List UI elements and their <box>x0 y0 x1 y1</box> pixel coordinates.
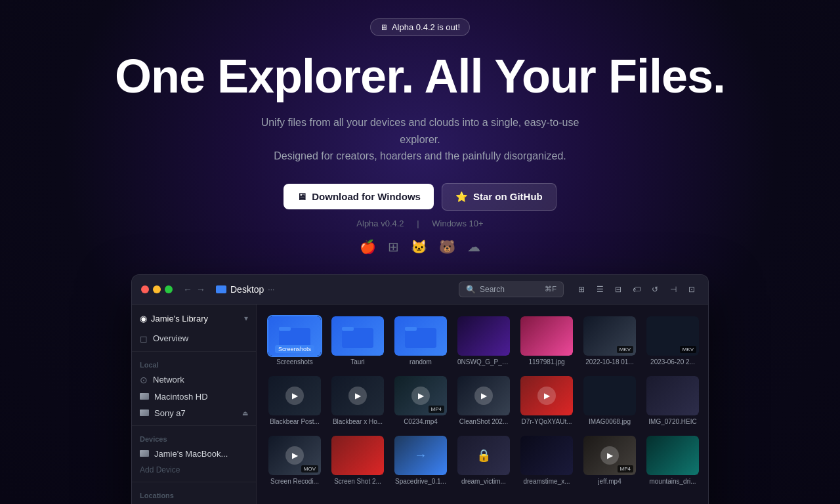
list-item[interactable]: ▶ Blackbear Post... <box>266 373 324 428</box>
list-item[interactable]: 1197981.jpg <box>518 314 576 368</box>
apple-icon[interactable]: 🍎 <box>360 239 376 255</box>
play-icon: ▶ <box>348 387 367 405</box>
list-item[interactable]: MKV 2022-10-18 01... <box>581 314 639 368</box>
list-item[interactable]: 🗜 spacedrive.zip <box>707 433 708 488</box>
search-bar[interactable]: 🔍 Search ⌘F <box>459 282 564 297</box>
play-icon: ▶ <box>474 387 493 405</box>
folder-icon <box>216 285 226 293</box>
library-button[interactable]: ◉ Jamie's Library <box>140 314 208 324</box>
close-button[interactable] <box>141 285 149 293</box>
overview-icon: ◻ <box>140 333 148 344</box>
refresh-button[interactable]: ↺ <box>648 282 662 297</box>
detail-view-button[interactable]: ⊟ <box>611 282 625 297</box>
file-name: 2022-10-18 01... <box>583 358 636 366</box>
traffic-lights <box>141 285 173 293</box>
list-item[interactable]: 0NSWQ_G_P_p... <box>455 314 513 368</box>
linux-icon[interactable]: 🐱 <box>411 239 427 255</box>
minimize-button[interactable] <box>153 285 161 293</box>
list-item[interactable]: IMAG0068.jpg <box>581 373 639 428</box>
svg-rect-1 <box>279 327 291 331</box>
list-item[interactable]: Screen Shot 2... <box>329 433 387 488</box>
file-name: Blackbear x Ho... <box>331 418 384 425</box>
add-device-action[interactable]: Add Device <box>132 462 256 478</box>
list-item[interactable]: ▶ D7r-YQoXYAUt... <box>518 373 576 428</box>
list-item[interactable]: ▶ MP4 C0234.mp4 <box>392 373 450 428</box>
platform-icons-row: 🍎 ⊞ 🐱 🐻 ☁ <box>360 239 480 255</box>
list-item[interactable]: MKV 2023-06-20 2... <box>644 314 702 368</box>
svg-rect-2 <box>342 328 373 348</box>
hero-title: One Explorer. All Your Files. <box>115 51 725 102</box>
locations-section: Locations <box>132 486 256 502</box>
cloud-icon[interactable]: ☁ <box>467 239 480 255</box>
file-name: dreamstime_x... <box>520 478 573 485</box>
badge-icon: 🖥 <box>380 23 388 32</box>
back-icon[interactable]: ← <box>183 284 192 295</box>
network-label: Network <box>153 375 184 385</box>
sidebar-header: ◉ Jamie's Library ▾ <box>132 311 256 330</box>
file-name: 2023-06-20 2... <box>646 358 699 366</box>
svg-rect-4 <box>405 328 436 348</box>
list-item[interactable]: → Spacedrive_0.1... <box>392 433 450 488</box>
sidebar-item-network[interactable]: ⊙ Network <box>132 371 256 388</box>
eject-icon[interactable]: ⏏ <box>242 410 248 417</box>
overview-label: Overview <box>153 333 188 343</box>
play-icon: ▶ <box>411 387 430 405</box>
list-item[interactable]: RAW SA702768.ARW <box>707 373 708 428</box>
fullscreen-button[interactable] <box>165 285 173 293</box>
window-titlebar: ← → Desktop ··· 🔍 Search ⌘F ⊞ ☰ ⊟ 🏷 ↺ ⊣ <box>132 275 708 304</box>
sidebar-toggle[interactable]: ⊣ <box>666 282 681 297</box>
breadcrumb: Desktop ··· <box>216 284 274 295</box>
list-item[interactable]: Tauri <box>329 314 387 368</box>
file-name: mountains_dri... <box>646 478 699 485</box>
file-name: random <box>394 358 447 366</box>
list-item[interactable]: ▶ MP4 jeff.mp4 <box>581 433 639 488</box>
more-icon[interactable]: ··· <box>268 285 274 294</box>
list-item[interactable]: ▶ Blackbear x Ho... <box>329 373 387 428</box>
sidebar-item-macintosh[interactable]: Macintosh HD <box>132 388 256 405</box>
file-name: CleanShot 202... <box>457 418 510 425</box>
list-view-button[interactable]: ☰ <box>593 282 607 297</box>
list-item[interactable]: 🔒 dream_victim... <box>455 433 513 488</box>
list-item[interactable]: ▶ MOV Screen Recodi... <box>266 433 324 488</box>
list-item[interactable]: dreamstime_x... <box>518 433 576 488</box>
windows-icon[interactable]: ⊞ <box>388 239 399 255</box>
disk-icon <box>140 393 149 400</box>
file-grid: Screenshots Screenshots <box>266 314 699 488</box>
sidebar-item-sony[interactable]: Sony a7 ⏏ <box>132 405 256 421</box>
folder-svg <box>405 324 436 348</box>
divider-3 <box>132 482 256 482</box>
titlebar-actions: ⊞ ☰ ⊟ 🏷 ↺ ⊣ ⊡ <box>574 282 699 297</box>
file-name: Tauri <box>331 358 384 366</box>
file-name: Blackbear Post... <box>268 418 321 425</box>
sidebar-item-macbook[interactable]: Jamie's MacBook... <box>132 446 256 462</box>
list-item[interactable]: random <box>392 314 450 368</box>
svg-rect-3 <box>342 327 354 331</box>
github-button[interactable]: ⭐ Star on GitHub <box>442 183 556 211</box>
file-name: C0234.mp4 <box>394 418 447 425</box>
sidebar-item-overview[interactable]: ◻ Overview <box>132 330 256 347</box>
download-button[interactable]: 🖥 Download for Windows <box>284 184 434 209</box>
file-name: 0NSWQ_G_P_p... <box>457 358 510 366</box>
library-icon: ◉ <box>140 314 147 324</box>
divider-2 <box>132 425 256 426</box>
list-item[interactable]: mountains_dri... <box>644 433 702 488</box>
macintosh-label: Macintosh HD <box>154 392 208 402</box>
play-icon: ▶ <box>285 387 304 405</box>
list-item[interactable]: ▶ CleanShot 202... <box>455 373 513 428</box>
network-icon: ⊙ <box>140 375 148 385</box>
grid-view-button[interactable]: ⊞ <box>574 282 589 297</box>
tag-button[interactable]: 🏷 <box>629 282 644 297</box>
file-area: Screenshots Screenshots <box>257 304 708 504</box>
docker-icon[interactable]: 🐻 <box>439 239 455 255</box>
file-name: D7r-YQoXYAUt... <box>520 418 573 425</box>
version-badge[interactable]: 🖥 Alpha 0.4.2 is out! <box>370 18 470 36</box>
list-item[interactable]: 🗄 7923c368-85c... <box>707 314 708 368</box>
list-item[interactable]: Screenshots Screenshots <box>266 314 324 368</box>
forward-icon[interactable]: → <box>196 284 205 295</box>
os-text: Windows 10+ <box>432 219 483 228</box>
expand-button[interactable]: ⊡ <box>684 282 699 297</box>
folder-svg <box>279 324 310 348</box>
library-chevron[interactable]: ▾ <box>244 314 248 323</box>
list-item[interactable]: IMG_0720.HEIC <box>644 373 702 428</box>
github-icon: ⭐ <box>455 191 468 203</box>
